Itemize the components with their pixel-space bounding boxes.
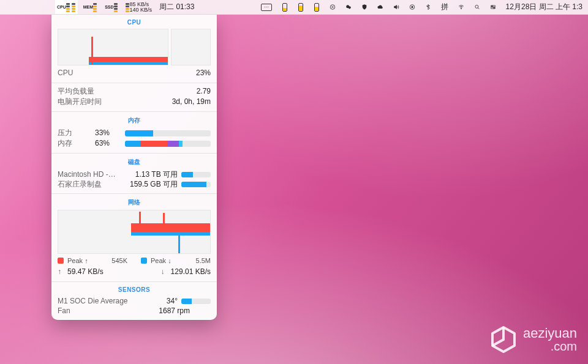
net-up-rate: 59.47 KB/s	[67, 267, 104, 277]
net-dn-rate: 129.01 KB/s	[171, 267, 211, 277]
disk2-value: 159.5 GB 可用	[129, 179, 178, 189]
cpu-section: CPU CPU 23%	[51, 15, 217, 83]
wechat-icon[interactable]	[344, 0, 353, 14]
menubar-clock-istat[interactable]: 周二 01:33	[157, 0, 196, 14]
cpu-combined-chart	[58, 29, 168, 65]
tools-icon[interactable]	[328, 0, 337, 14]
network-history-chart[interactable]	[58, 210, 211, 254]
memory-usage-pct: 63%	[95, 138, 119, 149]
istat-ssd-menubar-item[interactable]: SSD	[103, 0, 119, 14]
battery-indicator-2[interactable]	[296, 0, 306, 14]
spotlight-icon[interactable]	[472, 0, 482, 14]
peak-up-value: 545K	[92, 257, 127, 264]
cloud-icon[interactable]	[375, 0, 385, 14]
loadavg-value: 2.79	[197, 86, 211, 97]
disk-row-1[interactable]: Macintosh HD -… 1.13 TB 可用	[58, 169, 211, 179]
istat-net-menubar-item[interactable]: 85 KB/s 140 KB/s	[124, 0, 154, 14]
menu-bar: CPU MEM SSD 85 KB/s 140 KB/s 周二 01:33	[0, 0, 588, 15]
memory-pressure-label: 压力	[58, 128, 89, 138]
battery-indicator-1[interactable]	[280, 0, 290, 14]
bluetooth-icon[interactable]	[423, 0, 433, 14]
sensor-temp-value: 34°	[147, 296, 178, 306]
watermark-line1: aeziyuan	[523, 327, 577, 340]
sensor-fan-row[interactable]: Fan 1687 rpm	[58, 306, 211, 316]
sensor-temp-label: M1 SOC Die Average	[58, 296, 143, 306]
disk-section: 磁盘 Macintosh HD -… 1.13 TB 可用 石家庄录制盘 159…	[51, 154, 217, 194]
watermark: aeziyuan .com	[489, 325, 577, 354]
watermark-line2: .com	[523, 340, 577, 352]
peak-up-label: Peak ↑	[67, 257, 88, 264]
svg-point-10	[493, 7, 494, 9]
legend-download-swatch	[141, 258, 147, 264]
peak-dn-value: 5.5M	[175, 257, 211, 264]
cpu-percent: 23%	[196, 68, 211, 78]
istat-cpu-menubar-item[interactable]: CPU	[55, 0, 78, 14]
network-section-title: 网络	[58, 198, 211, 207]
cpu-loadavg-section: 平均负载量 2.79 电脑开启时间 3d, 0h, 19m	[51, 83, 217, 112]
sensors-section: SENSORS M1 SOC Die Average 34° Fan 1687 …	[51, 282, 217, 320]
wifi-icon[interactable]	[456, 0, 466, 14]
memory-pressure-row[interactable]: 压力 33%	[58, 128, 211, 138]
disk-section-title: 磁盘	[58, 158, 211, 166]
net-dn-arrow: ↓	[161, 267, 165, 277]
menubar-date-time[interactable]: 12月28日 周二 上午 1:3	[504, 0, 584, 14]
disk1-value: 1.13 TB 可用	[129, 169, 178, 179]
network-peak-legend: Peak ↑ 545K Peak ↓ 5.5M	[58, 257, 211, 264]
memory-usage-meter	[125, 141, 211, 147]
svg-point-5	[461, 8, 461, 9]
svg-point-9	[491, 6, 492, 7]
peak-dn-label: Peak ↓	[151, 257, 172, 264]
sensor-temp-row[interactable]: M1 SOC Die Average 34°	[58, 296, 211, 306]
net-up-arrow: ↑	[58, 267, 61, 277]
memory-usage-row[interactable]: 内存 63%	[58, 138, 211, 149]
disk2-label: 石家庄录制盘	[58, 179, 125, 189]
memory-pressure-meter	[125, 130, 211, 136]
disk1-label: Macintosh HD -…	[58, 169, 125, 179]
network-section: 网络 Peak ↑ 545K Peak ↓ 5.5M ↑ 59.47	[51, 194, 217, 282]
cpu-section-title: CPU	[58, 19, 211, 26]
disk2-meter	[181, 182, 211, 187]
menubar-net-down: 140 KB/s	[130, 7, 153, 13]
disk-row-2[interactable]: 石家庄录制盘 159.5 GB 可用	[58, 179, 211, 189]
keyboard-battery-icon[interactable]	[259, 0, 274, 14]
svg-point-2	[348, 6, 350, 9]
memory-section-title: 内存	[58, 116, 211, 125]
cpu-per-core-chart	[171, 29, 211, 65]
shield-icon[interactable]	[360, 0, 369, 14]
disk1-meter	[181, 172, 211, 177]
uptime-value: 3d, 0h, 19m	[172, 97, 211, 107]
cpu-history-chart[interactable]	[58, 29, 211, 65]
sensor-temp-meter	[181, 299, 211, 304]
memory-section: 内存 压力 33% 内存 63%	[51, 112, 217, 154]
legend-upload-swatch	[58, 258, 64, 264]
input-method-indicator[interactable]: 拼	[439, 0, 450, 14]
istat-mem-menubar-item[interactable]: MEM	[81, 0, 99, 14]
watermark-logo-icon	[489, 325, 518, 354]
memory-usage-label: 内存	[58, 138, 89, 149]
memory-pressure-pct: 33%	[95, 128, 119, 138]
svg-point-6	[475, 5, 478, 8]
uptime-label: 电脑开启时间	[58, 97, 102, 107]
cpu-label: CPU	[58, 68, 73, 78]
sensor-fan-label: Fan	[58, 306, 143, 316]
sensors-section-title: SENSORS	[58, 286, 211, 293]
battery-indicator-3[interactable]	[312, 0, 322, 14]
svg-point-4	[411, 6, 413, 8]
loadavg-label: 平均负载量	[58, 86, 94, 97]
control-center-icon[interactable]	[488, 0, 498, 14]
istat-dropdown-panel: CPU CPU 23% .cpu-chart .small i::before{…	[51, 15, 217, 320]
sensor-fan-value: 1687 rpm	[147, 306, 190, 316]
record-icon[interactable]	[407, 0, 417, 14]
volume-icon[interactable]	[391, 0, 401, 14]
